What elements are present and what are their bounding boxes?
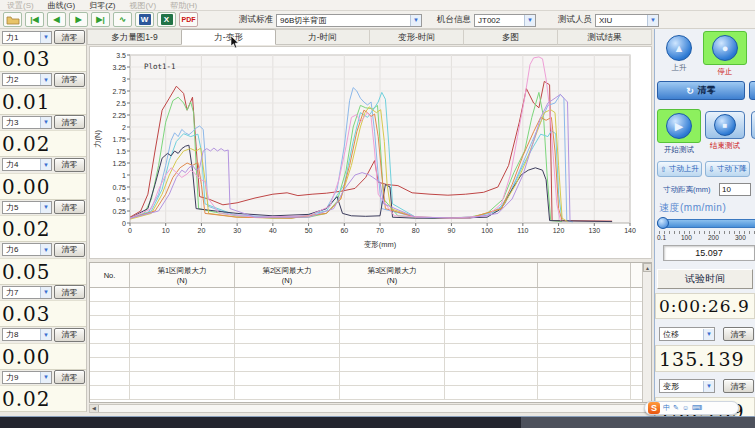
force-channel-select[interactable]: 力5▼: [2, 201, 52, 214]
force-channel-select[interactable]: 力4▼: [2, 158, 52, 171]
crosshead-up-button[interactable]: ▲: [666, 35, 692, 61]
table-row[interactable]: [90, 288, 642, 302]
test-standard-select[interactable]: 96B切半背面▼: [276, 14, 422, 27]
ime-mode-icon[interactable]: 中: [663, 403, 670, 413]
tab-变形-时间[interactable]: 变形-时间: [369, 29, 464, 45]
svg-text:0.5: 0.5: [116, 196, 126, 203]
force-channel-select[interactable]: 力2▼: [2, 73, 52, 86]
prev-record-icon[interactable]: ◀: [47, 12, 66, 27]
chevron-down-icon: ▼: [40, 329, 51, 340]
stop-square-icon: ■: [723, 121, 728, 130]
sogou-logo-icon[interactable]: S: [648, 402, 660, 414]
play-icon: ▶: [675, 120, 683, 133]
table-cell: [340, 372, 445, 386]
table-cell: [340, 344, 445, 358]
scroll-up-icon[interactable]: ▲: [643, 263, 652, 272]
table-header-cell: [631, 263, 642, 287]
tab-多力量图1-9[interactable]: 多力量图1-9: [87, 29, 182, 45]
force-channel-select[interactable]: 力1▼: [2, 31, 52, 44]
ime-tool-icon[interactable]: ☺: [682, 404, 689, 412]
table-cell: [445, 288, 538, 302]
chevron-down-icon: ▼: [40, 74, 51, 85]
excel-export-icon[interactable]: X: [157, 12, 176, 27]
svg-text:0.25: 0.25: [112, 208, 126, 215]
table-row[interactable]: [90, 372, 642, 386]
table-cell: [340, 386, 445, 400]
channel-clear-button[interactable]: 清零: [54, 158, 85, 172]
open-folder-icon[interactable]: [3, 12, 22, 27]
channel-clear-button[interactable]: 清零: [54, 328, 85, 342]
channel-clear-button[interactable]: 清零: [54, 115, 85, 129]
jog-distance-input[interactable]: 10: [719, 183, 751, 196]
scroll-left-icon[interactable]: ◀: [90, 405, 99, 412]
machine-info-label: 机台信息: [437, 14, 471, 26]
deformation-clear-button[interactable]: 清零: [723, 379, 754, 393]
svg-text:2.75: 2.75: [112, 88, 126, 95]
table-cell: [90, 344, 130, 358]
force-channel-select[interactable]: 力9▼: [2, 371, 52, 384]
channel-clear-button[interactable]: 清零: [54, 200, 85, 214]
last-record-icon[interactable]: ▶|: [91, 12, 110, 27]
speed-slider[interactable]: [657, 219, 755, 228]
svg-text:100: 100: [481, 227, 493, 234]
force-channel-select[interactable]: 力3▼: [2, 116, 52, 129]
word-export-icon[interactable]: W: [135, 12, 154, 27]
clear-all-button[interactable]: ↻ 清零: [657, 81, 745, 100]
table-row[interactable]: [90, 344, 642, 358]
ime-tool-icon[interactable]: ✎: [673, 404, 679, 412]
tab-测试结果[interactable]: 测试结果: [557, 29, 652, 45]
table-cell: [340, 330, 445, 344]
force-channel-select[interactable]: 力8▼: [2, 328, 52, 341]
table-row[interactable]: [90, 386, 642, 400]
table-cell: [130, 358, 235, 372]
machine-info-select[interactable]: JT002▼: [474, 14, 536, 27]
tab-力-时间[interactable]: 力-时间: [275, 29, 370, 45]
svg-text:2.25: 2.25: [112, 112, 126, 119]
menu-item[interactable]: 曲线(G): [41, 0, 83, 11]
return-origin-button[interactable]: ≍: [749, 81, 755, 100]
table-cell: [445, 358, 538, 372]
deformation-select[interactable]: 变形▼: [659, 379, 715, 393]
next-record-icon[interactable]: ▶: [69, 12, 88, 27]
up-button-label: 上升: [657, 63, 701, 73]
channel-clear-button[interactable]: 清零: [54, 243, 85, 257]
table-row[interactable]: [90, 330, 642, 344]
force-channel-select[interactable]: 力7▼: [2, 286, 52, 299]
displacement-clear-button[interactable]: 清零: [723, 327, 754, 341]
table-horizontal-scrollbar[interactable]: ◀: [89, 404, 652, 413]
tab-力-变形[interactable]: 力-变形: [181, 29, 276, 45]
force-value: 0.03: [0, 45, 86, 72]
mouse-cursor: [230, 36, 239, 49]
tab-多图[interactable]: 多图: [463, 29, 558, 45]
displacement-select[interactable]: 位移▼: [659, 327, 715, 341]
end-test-button[interactable]: ■: [705, 111, 745, 139]
start-test-button[interactable]: ▶: [666, 113, 692, 139]
pause-button[interactable]: ❚❚: [751, 111, 755, 139]
svg-text:0: 0: [122, 220, 126, 227]
ime-tool-icon[interactable]: ⌨: [692, 404, 702, 412]
chevron-down-icon: ▼: [40, 32, 51, 43]
menu-item[interactable]: 归零(Z): [82, 0, 122, 11]
speed-slider-knob[interactable]: [657, 217, 669, 229]
menu-item: 设置(S): [0, 0, 41, 11]
channel-clear-button[interactable]: 清零: [54, 285, 85, 299]
table-row[interactable]: [90, 302, 642, 316]
table-cell: [130, 330, 235, 344]
svg-text:60: 60: [340, 227, 348, 234]
channel-clear-button[interactable]: 清零: [54, 370, 85, 384]
table-row[interactable]: [90, 358, 642, 372]
table-cell: [340, 316, 445, 330]
tester-select[interactable]: XIU▼: [595, 14, 659, 27]
first-record-icon[interactable]: |◀: [25, 12, 44, 27]
channel-clear-button[interactable]: 清零: [54, 73, 85, 87]
speed-tick-label: 0.1: [657, 234, 666, 241]
crosshead-stop-button[interactable]: ●: [712, 35, 738, 61]
jog-up-button[interactable]: ⇧寸动上升: [657, 161, 702, 177]
jog-down-button[interactable]: ⇩寸动下降: [705, 161, 750, 177]
table-vertical-scrollbar[interactable]: ▲: [642, 263, 651, 402]
force-channel-select[interactable]: 力6▼: [2, 243, 52, 256]
curve-icon[interactable]: ∿: [113, 12, 132, 27]
pdf-export-icon[interactable]: PDF: [179, 12, 198, 27]
channel-clear-button[interactable]: 清零: [54, 30, 85, 44]
table-row[interactable]: [90, 316, 642, 330]
